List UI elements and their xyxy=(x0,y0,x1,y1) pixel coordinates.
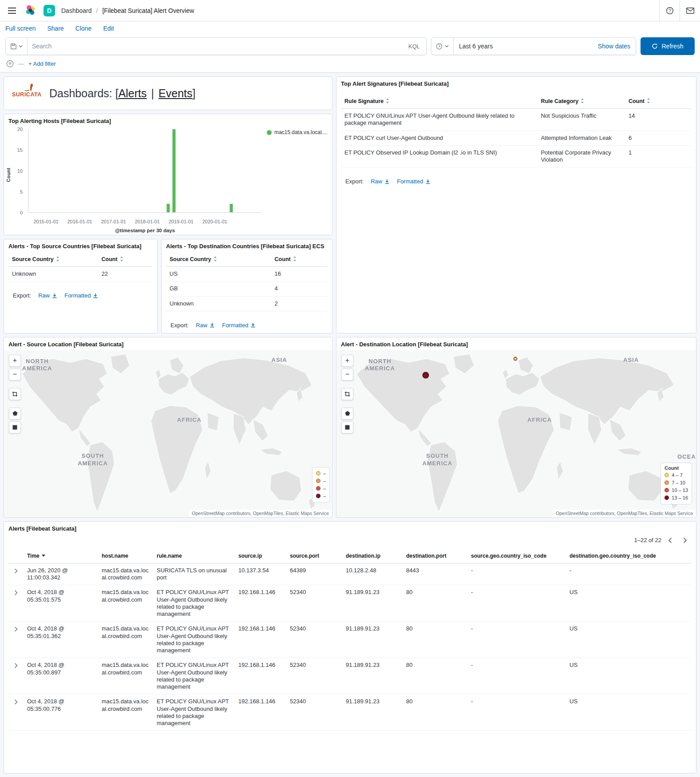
saved-query-menu-button[interactable] xyxy=(6,38,28,55)
chart-bar[interactable] xyxy=(167,204,170,212)
map-marker[interactable] xyxy=(514,357,518,361)
panel-top-alerting-hosts: Top Alerting Hosts [Filebeat Suricata] C… xyxy=(4,114,332,235)
share-link[interactable]: Share xyxy=(47,25,63,32)
column-header-rule-name[interactable]: rule.name xyxy=(153,549,235,563)
zoom-in-button[interactable]: + xyxy=(9,355,21,367)
count-cell: 14 xyxy=(625,109,692,131)
country-cell: US xyxy=(166,267,271,281)
column-header-source-country[interactable]: Source Country xyxy=(8,252,98,267)
source-map[interactable]: + − –––– OpenStreetMap contributors, Ope… xyxy=(4,350,332,517)
map-marker[interactable] xyxy=(423,372,429,379)
destination-ip-cell: 10.128.2.48 xyxy=(342,563,403,585)
map-attribution[interactable]: OpenStreetMap contributors, OpenMapTiles… xyxy=(553,510,696,517)
expand-row-icon[interactable] xyxy=(12,698,20,706)
events-dashboard-link[interactable]: Events xyxy=(158,87,192,99)
elastic-logo[interactable] xyxy=(21,0,40,21)
column-header-count[interactable]: Count xyxy=(98,252,153,267)
column-header-source-country[interactable]: Source Country xyxy=(166,252,271,267)
column-header-host-name[interactable]: host.name xyxy=(98,549,153,563)
column-header-destination-geo[interactable]: destination.geo.country_iso_code xyxy=(566,549,692,563)
map-controls: + − xyxy=(9,355,21,433)
chart-bar[interactable] xyxy=(229,204,233,212)
column-header-source-port[interactable]: source.port xyxy=(286,549,342,563)
fit-bounds-icon[interactable] xyxy=(9,388,21,400)
count-cell: 22 xyxy=(98,267,153,281)
time-picker-quick-menu-button[interactable] xyxy=(431,38,454,55)
newsfeed-mail-icon[interactable] xyxy=(680,0,700,21)
help-icon[interactable]: ? xyxy=(659,0,680,21)
add-filter-link[interactable]: + Add filter xyxy=(28,60,56,67)
draw-polygon-icon[interactable] xyxy=(341,408,353,420)
panel-title: Alerts - Top Destination Countries [File… xyxy=(162,239,332,251)
draw-rectangle-icon[interactable] xyxy=(9,421,21,433)
column-header-destination-ip[interactable]: destination.ip xyxy=(342,549,403,563)
markdown-suffix: ] xyxy=(192,87,195,99)
hosts-chart-xaxis: 2015-01-012016-01-012017-01-012018-01-01… xyxy=(28,217,262,225)
column-header-time[interactable]: Time xyxy=(24,549,98,563)
destination-port-cell: 8443 xyxy=(403,563,467,585)
hosts-chart: Count 05101520 2015-01-012016-01-012017-… xyxy=(4,126,332,235)
x-axis-tick: 2015-01-01 xyxy=(33,219,58,224)
zoom-out-button[interactable]: − xyxy=(341,369,353,381)
export-raw-link[interactable]: Raw xyxy=(38,292,57,299)
column-header-count[interactable]: Count xyxy=(625,94,692,109)
legend-range-label: 13 – 16 xyxy=(672,494,688,502)
sort-icon xyxy=(120,256,124,262)
export-formatted-link[interactable]: Formatted xyxy=(64,292,98,299)
edit-link[interactable]: Edit xyxy=(103,25,114,32)
x-axis-tick: 2018-01-01 xyxy=(135,219,160,224)
svg-text:?: ? xyxy=(668,8,671,13)
panel-top-alert-signatures: Top Alert Signatures [Filebeat Suricata]… xyxy=(336,76,696,333)
chart-bar[interactable] xyxy=(172,129,175,212)
export-raw-link[interactable]: Raw xyxy=(196,322,215,329)
next-page-icon[interactable] xyxy=(678,535,692,546)
refresh-button[interactable]: Refresh xyxy=(641,37,695,55)
show-dates-link[interactable]: Show dates xyxy=(593,43,636,50)
panel-title: Alert - Source Location [Filebeat Surica… xyxy=(4,337,332,349)
expand-row-icon[interactable] xyxy=(12,567,20,575)
rule-signature-cell: ET POLICY GNU/Linux APT User-Agent Outbo… xyxy=(341,109,537,131)
column-header-rule-category[interactable]: Rule Category xyxy=(537,94,625,109)
previous-page-icon[interactable] xyxy=(663,535,676,546)
export-raw-link[interactable]: Raw xyxy=(371,178,390,185)
count-cell: 2 xyxy=(271,296,328,311)
chart-legend[interactable]: mac15.data.va.local.... xyxy=(267,129,328,135)
export-formatted-link[interactable]: Formatted xyxy=(397,178,431,185)
map-region-label: NORTH AMERICA xyxy=(17,358,58,373)
column-header-rule-signature[interactable]: Rule Signature xyxy=(341,94,537,109)
map-attribution[interactable]: OpenStreetMap contributors, OpenMapTiles… xyxy=(189,510,332,517)
draw-rectangle-icon[interactable] xyxy=(341,421,353,433)
zoom-in-button[interactable]: + xyxy=(341,355,353,367)
destination-ip-cell: 91.189.91.23 xyxy=(342,694,403,731)
draw-polygon-icon[interactable] xyxy=(9,408,21,420)
alerts-dashboard-link[interactable]: Alerts xyxy=(119,87,147,99)
map-region-label: ASIA xyxy=(623,357,639,364)
expand-row-icon[interactable] xyxy=(12,625,20,633)
expand-row-icon[interactable] xyxy=(12,662,20,670)
space-avatar[interactable]: D xyxy=(44,5,55,16)
hamburger-menu-icon[interactable] xyxy=(3,0,21,21)
table-row: Oct 4, 2018 @ 05:35:00.897 mac15.data.va… xyxy=(8,658,692,694)
fit-bounds-icon[interactable] xyxy=(341,388,353,400)
breadcrumb-dashboard[interactable]: Dashboard xyxy=(61,7,92,14)
search-input[interactable] xyxy=(28,43,402,50)
destination-map[interactable]: + − Count 4 – 77 – 1010 – 1313 – 16 Open… xyxy=(337,350,696,517)
destination-port-cell: 80 xyxy=(403,658,467,694)
clone-link[interactable]: Clone xyxy=(75,25,92,32)
full-screen-link[interactable]: Full screen xyxy=(5,25,36,32)
clock-icon xyxy=(436,43,443,50)
time-range-value[interactable]: Last 6 years xyxy=(454,43,593,50)
export-label: Export: xyxy=(13,292,31,299)
zoom-out-button[interactable]: − xyxy=(9,369,21,381)
expand-row-icon[interactable] xyxy=(12,589,20,597)
column-header-destination-port[interactable]: destination.port xyxy=(403,549,467,563)
source-port-cell: 52340 xyxy=(286,585,342,622)
export-formatted-link[interactable]: Formatted xyxy=(222,322,256,329)
count-cell: 4 xyxy=(271,281,328,296)
download-icon xyxy=(210,322,215,328)
column-header-source-ip[interactable]: source.ip xyxy=(235,549,286,563)
column-header-count[interactable]: Count xyxy=(271,252,328,267)
filter-icon[interactable] xyxy=(6,60,14,67)
column-header-source-geo[interactable]: source.geo.country_iso_code xyxy=(467,549,566,563)
kql-language-button[interactable]: KQL xyxy=(402,43,426,50)
